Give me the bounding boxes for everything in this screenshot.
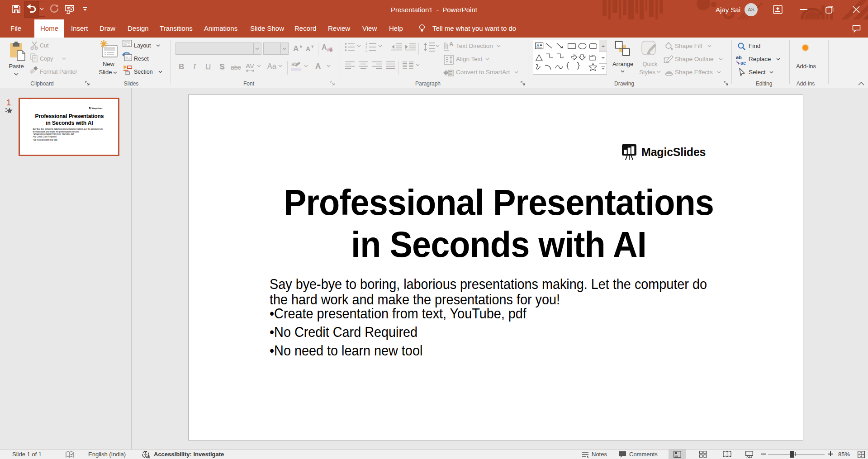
svg-text:ac: ac xyxy=(740,60,746,65)
svg-text:3: 3 xyxy=(365,49,367,52)
svg-text:2: 2 xyxy=(365,46,367,49)
svg-text:A: A xyxy=(536,43,540,48)
svg-text:ab: ab xyxy=(736,55,742,60)
svg-text:A: A xyxy=(449,42,454,47)
svg-text:1: 1 xyxy=(365,42,367,45)
